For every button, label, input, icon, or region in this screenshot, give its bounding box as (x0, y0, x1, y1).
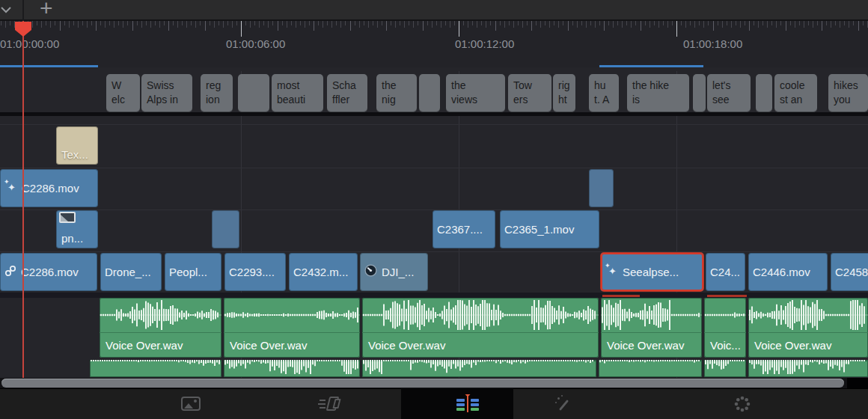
audio-waveform (224, 298, 360, 333)
clip-label: pn... (61, 232, 83, 245)
clip-label: C2432.m... (293, 266, 348, 278)
audio-clip[interactable]: Voice Over.wav (748, 298, 868, 358)
subtitle-clip[interactable]: hikesyou (828, 74, 868, 112)
chevron-down-icon[interactable] (0, 3, 13, 19)
clip-label: Drone_... (105, 266, 151, 278)
timecode-label: 01:00:18:00 (683, 37, 742, 50)
audio-clip-partial[interactable] (224, 360, 360, 377)
video-clip[interactable]: C2367.... (433, 210, 495, 248)
subtitle-line2: nig (382, 93, 414, 107)
audio-clip-partial[interactable] (599, 360, 702, 377)
cut-page-icon (318, 396, 340, 412)
video-clip[interactable]: C2286.mov (0, 253, 97, 291)
subtitle-clip[interactable]: hut. A (589, 74, 619, 112)
subtitle-line1: Swiss (147, 79, 189, 93)
subtitle-line2: st an (780, 93, 814, 107)
subtitle-clip[interactable] (419, 74, 440, 112)
image-thumbnail-icon (59, 212, 76, 223)
horizontal-scrollbar[interactable] (0, 378, 868, 388)
subtitle-line1: hu (594, 79, 616, 93)
subtitle-clip[interactable] (238, 74, 269, 112)
subtitle-clip[interactable]: Towers (508, 74, 551, 112)
clip-label: Tex... (61, 148, 88, 161)
subtitle-clip[interactable]: Welc (106, 74, 140, 112)
audio-waveform (704, 298, 746, 333)
video-clip[interactable]: C2432.m... (289, 253, 358, 291)
subtitle-line2: ht (558, 93, 572, 107)
video-clip[interactable]: C2458... (831, 253, 868, 291)
audio-clip-partial[interactable] (748, 360, 868, 377)
subtitle-clip[interactable]: Schaffler (327, 74, 367, 112)
page-media-button[interactable] (167, 388, 215, 419)
video-clip[interactable]: Drone_... (100, 253, 162, 291)
video-clip[interactable] (212, 210, 239, 248)
audio-clip[interactable]: Voice Over.wav (100, 298, 221, 358)
video-clip[interactable]: pn... (56, 210, 98, 248)
linked-selection-mark (602, 295, 640, 297)
subtitle-line2: Alps in (147, 93, 189, 107)
clip-label: C2286.mov (22, 182, 79, 195)
video-clip[interactable]: Peopl... (165, 253, 221, 291)
add-button[interactable]: + (40, 0, 53, 21)
selection-range-bar (0, 65, 98, 67)
timecode-label: 01:00:06:00 (226, 37, 285, 50)
audio-clip[interactable]: Voice Over.wav (224, 298, 360, 358)
subtitle-clip[interactable]: let'ssee (707, 74, 751, 112)
audio-clip[interactable]: Voic... (704, 298, 746, 358)
video-clip[interactable] (589, 169, 614, 207)
track-separator (0, 168, 868, 168)
subtitle-clip[interactable]: SwissAlps in (141, 74, 192, 112)
video-clip[interactable]: C2293.... (224, 253, 286, 291)
clip-label: C2367.... (437, 223, 483, 236)
subtitle-line2: is (632, 93, 686, 107)
audio-clip-partial[interactable] (704, 360, 746, 377)
video-clip[interactable]: C24... (706, 253, 745, 291)
video-clip[interactable]: C2446.mov (748, 253, 828, 291)
subtitle-clip[interactable]: region (201, 74, 233, 112)
subtitle-clip[interactable]: thenig (376, 74, 417, 112)
subtitle-line1: the (382, 79, 414, 93)
subtitle-clip[interactable] (756, 74, 772, 112)
audio-waveform (100, 298, 221, 333)
subtitle-line1: reg (206, 79, 230, 93)
video-clip[interactable]: Seealpse... (601, 253, 703, 291)
scrollbar-thumb[interactable] (1, 379, 844, 388)
timecode-label: 01:00:12:00 (455, 37, 514, 50)
ai-sparkle-icon (605, 265, 618, 280)
video-clip[interactable]: C2286.mov (0, 169, 98, 207)
subtitle-clip[interactable]: right (553, 74, 575, 112)
audio-clip-label: Voic... (710, 333, 741, 358)
subtitle-line2: elc (111, 93, 137, 107)
selection-range-bar (599, 65, 703, 67)
subtitle-clip[interactable]: coolest an (774, 74, 817, 112)
subtitle-line1: let's (712, 79, 748, 93)
subtitle-line2: ers (513, 93, 548, 107)
clip-label: Seealpse... (623, 266, 679, 278)
page-fusion-button[interactable] (539, 388, 587, 419)
audio-clip[interactable]: Voice Over.wav (362, 298, 599, 358)
subtitle-clip[interactable] (693, 74, 706, 112)
audio-clip-partial[interactable] (90, 360, 221, 377)
subtitle-clip[interactable]: the hikeis (627, 74, 689, 112)
subtitle-line1: Tow (513, 79, 548, 93)
subtitle-track-separator (0, 112, 868, 116)
playhead-line (22, 21, 24, 378)
subtitle-clip[interactable]: mostbeauti (272, 74, 323, 112)
video-clip[interactable]: DJI_... (360, 253, 428, 291)
toolbar-divider (22, 0, 24, 21)
audio-clip-label: Voice Over.wav (607, 333, 684, 358)
page-edit-button[interactable] (444, 388, 492, 419)
page-cut-button[interactable] (305, 388, 353, 419)
timecode-ruler[interactable]: 01:00:00:0001:00:06:0001:00:12:0001:00:1… (0, 21, 868, 67)
audio-clip-partial[interactable] (362, 360, 596, 377)
clip-label: C24... (710, 266, 740, 278)
audio-clip-label: Voice Over.wav (754, 333, 831, 358)
audio-clip[interactable]: Voice Over.wav (601, 298, 702, 358)
subtitle-line1: Scha (332, 79, 364, 93)
subtitle-clip[interactable]: theviews (446, 74, 505, 112)
video-clip[interactable]: C2365_1.mov (500, 210, 599, 248)
page-color-button[interactable] (718, 388, 766, 419)
subtitle-line2: see (712, 93, 748, 107)
video-clip[interactable]: Tex... (56, 126, 98, 165)
color-page-icon (733, 395, 751, 413)
